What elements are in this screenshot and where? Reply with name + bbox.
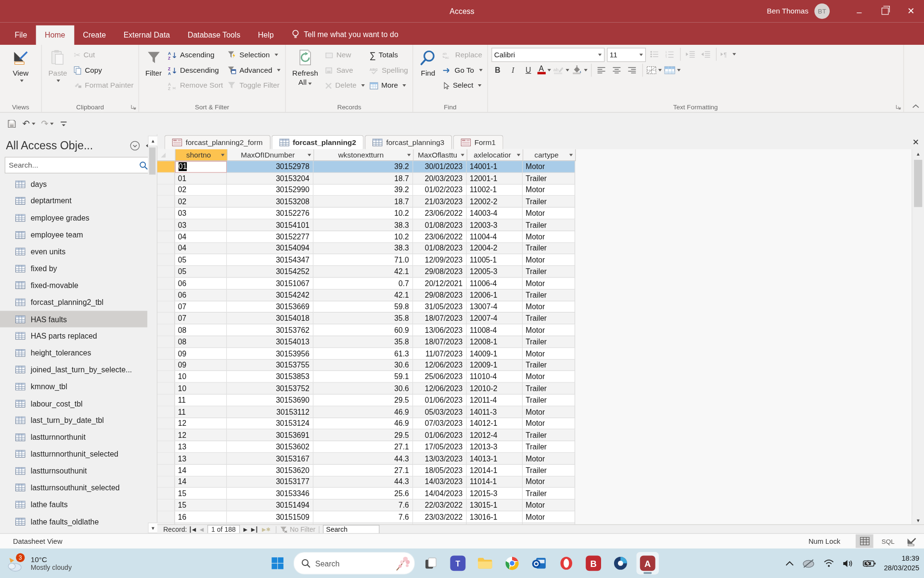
cell-cartype[interactable]: Trailer [523, 430, 575, 441]
record-selector[interactable] [157, 208, 175, 219]
record-selector[interactable] [157, 289, 175, 301]
cell-shortno[interactable]: 16 [175, 512, 227, 523]
remove-sort-button[interactable]: AZ Remove Sort [166, 78, 226, 93]
cell-shortno[interactable]: 15 [175, 488, 227, 499]
filter-button[interactable]: Filter [141, 46, 166, 79]
cell-maxoflasttu[interactable]: 01/06/2023 [413, 394, 466, 406]
cell-axlelocatior[interactable]: 14011-3 [467, 406, 523, 418]
nav-item-has-parts-replaced[interactable]: HAS parts replaced [0, 328, 147, 344]
select-all-corner[interactable] [157, 149, 176, 161]
new-record-button[interactable]: * New [322, 47, 367, 63]
b-app-button[interactable]: B [582, 552, 605, 575]
cell-maxofidnumber[interactable]: 30152277 [227, 231, 313, 243]
cell-maxofidnumber[interactable]: 30154013 [227, 336, 313, 348]
cell-maxoflasttu[interactable]: 21/03/2023 [413, 196, 466, 208]
nav-item-has-faults[interactable]: HAS faults [0, 311, 147, 328]
tab-home[interactable]: Home [36, 26, 74, 45]
record-selector[interactable] [157, 348, 175, 359]
nav-scroll-up-icon[interactable]: ▲ [148, 136, 158, 146]
cell-axlelocatior[interactable]: 12003-3 [467, 219, 523, 231]
cell-wkstonextturn[interactable]: 18.7 [313, 173, 413, 184]
cell-axlelocatior[interactable]: 12015-3 [467, 488, 523, 499]
column-header-maxofidnumber[interactable]: MaxOfIDnumber [228, 149, 314, 161]
close-document-icon[interactable]: ✕ [912, 137, 919, 147]
nav-item-fixed-by[interactable]: fixed by [0, 260, 147, 277]
select-button[interactable]: Select [440, 78, 485, 93]
cell-shortno[interactable]: 07 [175, 313, 227, 324]
undo-button[interactable]: ↶ [20, 118, 38, 129]
record-search-input[interactable]: Search [323, 525, 380, 534]
cell-cartype[interactable]: Motor [523, 278, 575, 289]
cell-cartype[interactable]: Trailer [523, 488, 575, 499]
cell-cartype[interactable]: Motor [523, 476, 575, 488]
font-name-combo[interactable]: Calibri [491, 48, 604, 62]
cell-axlelocatior[interactable]: 13007-4 [467, 301, 523, 313]
alternate-row-color-button[interactable] [663, 64, 681, 77]
record-selector[interactable] [157, 278, 175, 289]
more-button[interactable]: More [367, 78, 411, 93]
cell-shortno[interactable]: 06 [175, 278, 227, 289]
cell-wkstonextturn[interactable]: 71.0 [313, 254, 413, 266]
cell-maxoflasttu[interactable]: 13/03/2023 [413, 453, 466, 464]
cell-wkstonextturn[interactable]: 42.1 [313, 266, 413, 277]
record-selector[interactable] [157, 231, 175, 243]
cell-shortno[interactable]: 05 [175, 254, 227, 266]
cell-maxofidnumber[interactable]: 30153346 [227, 488, 313, 499]
cell-maxofidnumber[interactable]: 30151509 [227, 512, 313, 523]
cell-cartype[interactable]: Trailer [523, 219, 575, 231]
record-selector[interactable] [157, 488, 175, 499]
nav-item-height-tolerances[interactable]: height_tolerances [0, 344, 147, 361]
cell-cartype[interactable]: Motor [523, 208, 575, 219]
new-blank-record-button[interactable]: ▶✱ [262, 526, 270, 532]
cell-wkstonextturn[interactable]: 29.5 [313, 394, 413, 406]
nav-item-labour-cost-tbl[interactable]: labour_cost_tbl [0, 395, 147, 412]
cell-maxofidnumber[interactable]: 30153112 [227, 406, 313, 418]
cell-maxoflasttu[interactable]: 29/08/2023 [413, 289, 466, 301]
cell-maxoflasttu[interactable]: 23/06/2022 [413, 208, 466, 219]
cell-cartype[interactable]: Trailer [523, 383, 575, 394]
go-to-button[interactable]: Go To [440, 63, 485, 78]
cell-maxofidnumber[interactable]: 30154252 [227, 266, 313, 277]
cell-axlelocatior[interactable]: 12007-4 [467, 313, 523, 324]
weather-widget[interactable]: 3 10°C Mostly cloudy [0, 554, 141, 572]
cell-wkstonextturn[interactable]: 59.8 [313, 301, 413, 313]
datasheet-view-toggle[interactable] [856, 534, 873, 548]
underline-button[interactable]: U [521, 64, 536, 77]
opera-button[interactable] [555, 552, 578, 575]
gridlines-button[interactable] [645, 64, 663, 77]
record-selector[interactable] [157, 254, 175, 266]
avatar[interactable]: BT [814, 3, 830, 19]
cell-maxoflasttu[interactable]: 12/09/2023 [413, 254, 466, 266]
cell-cartype[interactable]: Trailer [523, 336, 575, 348]
cell-axlelocatior[interactable]: 14012-1 [467, 418, 523, 430]
tab-database-tools[interactable]: Database Tools [179, 26, 249, 45]
datasheet-scroll-down-icon[interactable]: ▼ [912, 515, 924, 525]
first-record-button[interactable]: ┃◀ [189, 526, 196, 532]
record-selector[interactable] [157, 499, 175, 511]
cell-cartype[interactable]: Trailer [523, 266, 575, 277]
column-dropdown-caret[interactable] [461, 154, 464, 156]
doc-tab-forcast_planning3[interactable]: forcast_planning3 [365, 135, 452, 149]
cell-maxofidnumber[interactable]: 30153167 [227, 453, 313, 464]
column-header-axlelocatior[interactable]: axlelocatior [467, 149, 523, 161]
refresh-all-button[interactable]: Refresh All [288, 46, 322, 88]
cell-maxofidnumber[interactable]: 30154094 [227, 243, 313, 254]
customize-qat-button[interactable] [57, 120, 70, 128]
totals-button[interactable]: ∑Totals [367, 47, 411, 63]
nav-item-kmnow-tbl[interactable]: kmnow_tbl [0, 378, 147, 395]
cell-shortno[interactable]: 02 [175, 184, 227, 196]
cell-cartype[interactable]: Motor [523, 499, 575, 511]
cell-shortno[interactable]: 02 [175, 196, 227, 208]
column-header-cartype[interactable]: cartype [523, 149, 576, 161]
account-name[interactable]: Ben Thomas [767, 7, 808, 15]
cell-maxofidnumber[interactable]: 30153208 [227, 196, 313, 208]
nav-item-deptartment[interactable]: deptartment [0, 193, 147, 210]
cell-axlelocatior[interactable]: 11002-1 [467, 184, 523, 196]
cell-shortno[interactable]: 04 [175, 243, 227, 254]
record-selector[interactable] [157, 266, 175, 277]
cell-wkstonextturn[interactable]: 39.2 [313, 184, 413, 196]
cell-maxofidnumber[interactable]: 30152978 [227, 161, 313, 172]
close-button[interactable]: ✕ [898, 0, 924, 23]
media-app-button[interactable] [609, 552, 632, 575]
cell-maxofidnumber[interactable]: 30154242 [227, 289, 313, 301]
